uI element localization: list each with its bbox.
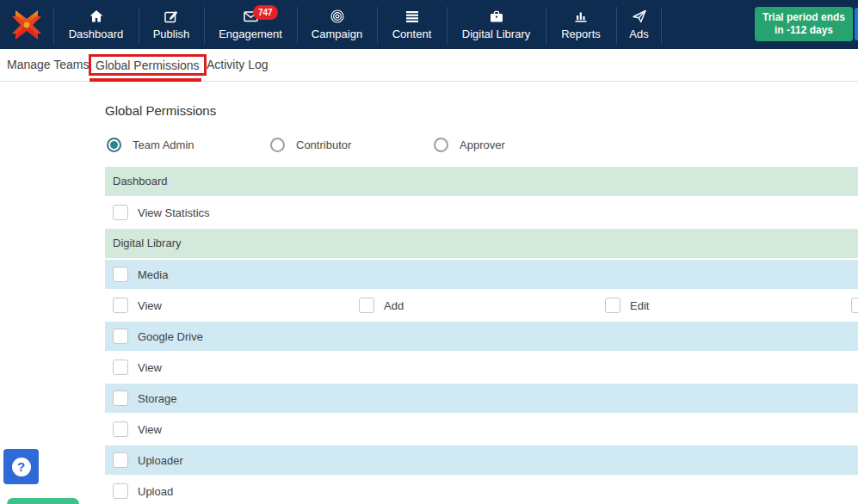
paper-plane-icon [632,9,647,24]
checkbox-icon [113,205,128,220]
table-row: View Statistics [105,198,858,227]
app-logo[interactable] [0,0,53,49]
nav-item-publish[interactable]: Publish [139,0,204,49]
nav-item-content[interactable]: Content [377,0,447,49]
subsection-row-uploader: Uploader [105,446,858,475]
trial-line-1: Trial period ends [762,11,845,24]
radio-approver[interactable]: Approver [434,138,597,152]
nav-item-campaign[interactable]: Campaign [297,0,377,49]
nav-label: Engagement [219,28,282,40]
section-label: Digital Library [113,229,181,258]
table-row: View [105,415,858,444]
nav-item-reports[interactable]: Reports [546,0,616,49]
list-icon [404,9,420,24]
table-row: View [105,353,858,382]
checkbox-media[interactable]: Media [113,260,168,289]
subnav-label: Global Permissions [96,58,200,72]
table-row: View Add Edit [105,291,858,320]
subsection-row-google-drive: Google Drive [105,322,858,351]
checkbox-icon [113,421,128,437]
subsection-row-storage: Storage [105,384,858,413]
checkbox-label: View Statistics [138,206,210,219]
checkbox-icon [851,298,858,313]
radio-label: Approver [460,138,505,151]
annotation-underline [90,78,201,82]
nav-label: Publish [153,28,190,40]
nav-label: Digital Library [462,28,530,40]
radio-icon [107,138,121,152]
checkbox-storage-view[interactable]: View [113,415,162,444]
checkbox-upload[interactable]: Upload [113,476,173,504]
checkbox-label: Google Drive [138,330,203,343]
top-navigation: Dashboard Publish Engagement 747 Campaig… [0,0,858,49]
nav-item-ads[interactable]: Ads [616,0,662,49]
permissions-table: Dashboard View Statistics Digital Librar… [105,167,858,504]
table-row: Upload [105,476,858,504]
notification-count-badge: 747 [253,5,278,20]
checkbox-view-statistics[interactable]: View Statistics [113,198,210,227]
nav-label: Reports [561,28,601,40]
radio-contributor[interactable]: Contributor [270,138,434,152]
checkbox-google-drive[interactable]: Google Drive [113,322,203,351]
subnav-item-activity-log[interactable]: Activity Log [207,49,269,80]
checkbox-label: Media [138,268,168,281]
radio-icon [270,138,285,152]
checkbox-media-edit[interactable]: Edit [605,291,649,320]
briefcase-icon [489,9,504,24]
section-header-digital-library: Digital Library [105,229,858,258]
checkbox-label: Uploader [138,454,183,467]
chat-widget-partial[interactable] [7,498,79,504]
checkbox-media-view[interactable]: View [113,291,162,320]
checkbox-icon [113,452,128,468]
checkbox-label: Add [384,299,404,312]
nav-item-dashboard[interactable]: Dashboard [53,0,139,49]
radio-label: Contributor [296,138,351,151]
nav-label: Dashboard [69,28,124,40]
checkbox-icon [113,483,128,499]
checkbox-label: Edit [630,299,649,312]
checkbox-label: View [138,423,162,436]
checkbox-icon [113,267,128,282]
nav-label: Content [392,28,432,40]
subnav-item-manage-teams[interactable]: Manage Teams [7,49,89,80]
section-header-dashboard: Dashboard [105,167,858,196]
home-icon [89,9,104,24]
checkbox-icon [113,298,128,313]
radio-icon [434,138,448,152]
trial-period-badge: Trial period ends in -112 days [755,7,853,41]
checkbox-label: Storage [138,392,177,405]
checkbox-icon [605,298,620,313]
checkbox-icon [359,298,374,313]
checkbox-icon [113,329,128,344]
nav-item-digital-library[interactable]: Digital Library [447,0,546,49]
checkbox-uploader[interactable]: Uploader [113,446,183,475]
nav-label: Campaign [312,28,362,40]
checkbox-icon [113,390,128,406]
pencil-icon [164,9,179,24]
checkbox-partial[interactable] [851,291,858,320]
secondary-navigation: Manage Teams Global Permissions Activity… [0,49,858,82]
starburst-logo-icon [9,8,44,42]
page-title: Global Permissions [105,103,216,118]
help-button[interactable]: ? [3,449,39,484]
nav-item-engagement[interactable]: Engagement 747 [204,0,297,49]
bar-chart-icon [573,9,589,24]
checkbox-media-add[interactable]: Add [359,291,404,320]
nav-edge-button-partial[interactable] [855,8,858,40]
radio-label: Team Admin [133,138,194,151]
subsection-row-media: Media [105,260,858,289]
checkbox-label: View [138,361,162,374]
checkbox-icon [113,360,128,375]
trial-line-2: in -112 days [775,24,833,37]
question-icon: ? [12,458,31,476]
checkbox-storage[interactable]: Storage [113,384,177,413]
checkbox-label: Upload [138,485,173,498]
radio-team-admin[interactable]: Team Admin [107,138,270,152]
target-icon [330,9,345,24]
checkbox-label: View [138,299,162,312]
checkbox-google-drive-view[interactable]: View [113,353,162,382]
section-label: Dashboard [113,167,168,196]
nav-label: Ads [629,28,648,40]
role-selector: Team Admin Contributor Approver [107,138,597,152]
subnav-item-global-permissions[interactable]: Global Permissions [89,54,207,76]
